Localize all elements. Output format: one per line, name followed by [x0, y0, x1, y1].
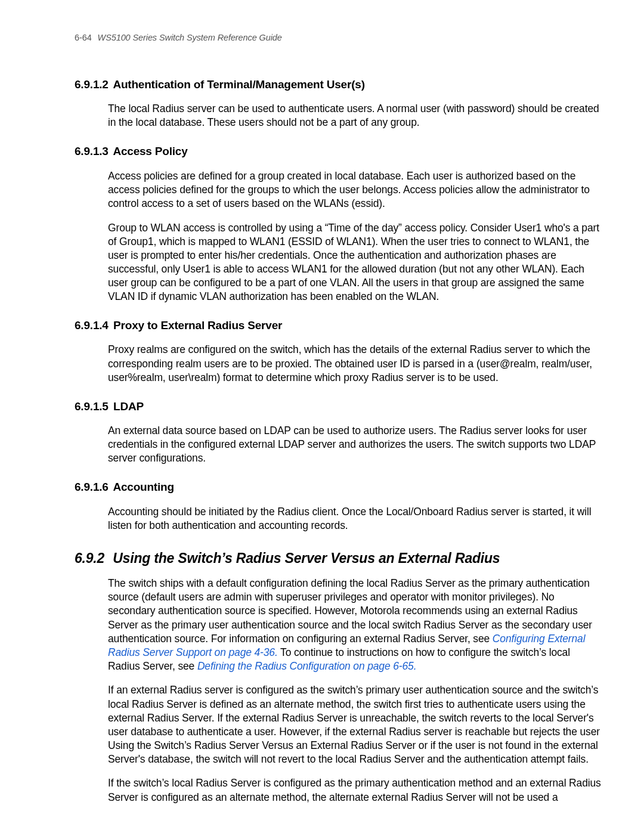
- body-text: Accounting should be initiated by the Ra…: [108, 505, 602, 532]
- heading-number: 6.9.1.6: [75, 481, 110, 494]
- cross-reference-link[interactable]: Defining the Radius Configuration on pag…: [197, 660, 417, 672]
- heading-title: Accounting: [113, 481, 174, 493]
- body-text: Access policies are defined for a group …: [108, 169, 602, 210]
- heading-number: 6.9.1.5: [75, 400, 110, 414]
- heading-number: 6.9.1.2: [75, 78, 110, 92]
- body-text: The switch ships with a default configur…: [108, 577, 602, 673]
- page-number: 6-64: [75, 33, 92, 42]
- body-text: Proxy realms are configured on the switc…: [108, 343, 602, 384]
- body-text: The local Radius server can be used to a…: [108, 102, 602, 129]
- heading-accounting: 6.9.1.6 Accounting: [75, 481, 602, 494]
- body-text: Group to WLAN access is controlled by us…: [108, 221, 602, 304]
- heading-title: LDAP: [113, 400, 144, 413]
- heading-auth-terminal: 6.9.1.2 Authentication of Terminal/Manag…: [75, 78, 602, 92]
- heading-ldap: 6.9.1.5 LDAP: [75, 400, 602, 414]
- heading-number: 6.9.1.4: [75, 319, 110, 333]
- body-text: If the switch’s local Radius Server is c…: [108, 776, 602, 804]
- heading-using-switch-radius: 6.9.2 Using the Switch’s Radius Server V…: [75, 550, 602, 566]
- running-header: 6-64 WS5100 Series Switch System Referen…: [75, 33, 602, 42]
- heading-access-policy: 6.9.1.3 Access Policy: [75, 145, 602, 159]
- heading-number: 6.9.2: [75, 550, 109, 566]
- heading-proxy-external: 6.9.1.4 Proxy to External Radius Server: [75, 319, 602, 333]
- body-text: If an external Radius server is configur…: [108, 683, 602, 766]
- doc-title: WS5100 Series Switch System Reference Gu…: [98, 33, 282, 42]
- heading-number: 6.9.1.3: [75, 145, 110, 159]
- heading-title: Using the Switch’s Radius Server Versus …: [113, 550, 500, 566]
- page-container: 6-64 WS5100 Series Switch System Referen…: [0, 0, 644, 833]
- heading-title: Access Policy: [113, 145, 187, 157]
- body-text: An external data source based on LDAP ca…: [108, 424, 602, 465]
- heading-title: Authentication of Terminal/Management Us…: [113, 78, 364, 91]
- heading-title: Proxy to External Radius Server: [113, 319, 282, 332]
